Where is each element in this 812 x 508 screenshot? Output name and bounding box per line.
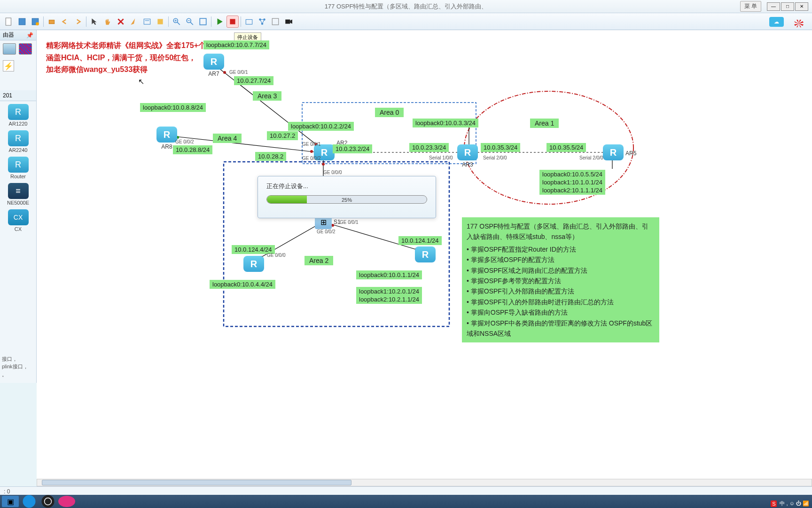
toolbar [0,13,812,30]
cloud-badge[interactable]: ☁ [769,17,784,27]
label-ip353: 10.0.35.3/24 [481,143,520,152]
progress-dialog: 正在停止设备... 25% [258,176,436,218]
iface: GE 0/0/1 [340,220,358,225]
save-icon[interactable] [16,16,28,28]
fit-icon[interactable] [197,16,209,28]
topology-canvas[interactable]: 停止设备 精彩网络技术老师精讲《组网实战》全套175+个组网拓扑实验， 涵盖HC… [37,30,812,485]
label-lp4: loopback0:10.0.4.4/24 [210,280,275,289]
device-router[interactable]: RRouter [3,157,33,179]
stop-icon[interactable] [226,16,239,28]
huawei-logo [789,19,808,28]
iface: Serial 1/0/0 [429,155,453,160]
iface: GE 0/0/0 [267,253,285,258]
undo-icon[interactable] [59,16,71,28]
label-area4: Area 4 [213,134,242,143]
power-icon[interactable]: ⚡ [3,60,14,71]
iface: Serial 2/0/0 [579,155,603,160]
minimize-button[interactable]: — [767,2,780,11]
label-area2: Area 2 [304,256,333,265]
label-ip282: 10.0.28.2 [255,152,286,161]
grid-category-icon[interactable] [19,43,32,55]
section-number: 201 [0,90,36,101]
close-button[interactable]: ✕ [795,2,808,11]
progress-bar: 25% [266,195,427,204]
taskbar: ▣ S 中 , ☺ ⏻ 📶 [0,495,812,508]
sidebar-hint: 接口， plink接口， 。 [2,355,28,379]
window-icon[interactable] [269,16,281,28]
delete-icon[interactable] [115,16,127,28]
node-ar3[interactable]: RAR3 [457,144,478,168]
text-icon[interactable] [141,16,153,28]
hand-icon[interactable] [102,16,114,28]
device-cx[interactable]: CXCX [3,209,33,232]
capture-icon[interactable] [243,16,255,28]
svg-rect-5 [144,19,150,24]
label-lp8: loopback0:10.0.8.8/24 [140,103,206,112]
iface: GE 0/0/0 [323,170,342,175]
pin-icon[interactable]: 📌 [26,32,33,39]
node-ar4[interactable]: RAR4 [243,256,264,272]
info-box: 177 OSPF特性与配置（多区域、路由汇总、引入外部路由、引入缺省路由、特殊区… [462,217,659,342]
device-ar2240[interactable]: RAR2240 [3,130,33,153]
task-edge[interactable] [21,496,38,507]
sidebar: 由器📌 ⚡ 201 RAR1220 RAR2240 RRouter ≡NE500… [0,30,37,383]
svg-rect-7 [157,19,163,24]
video-icon[interactable] [282,16,295,28]
label-ip272: 10.0.27.2 [267,131,298,140]
redo-icon[interactable] [72,16,84,28]
iface: GE 0/0/2 [317,229,335,234]
zoomout-icon[interactable] [184,16,196,28]
svg-point-45 [42,495,55,508]
svg-point-3 [36,22,39,25]
svg-rect-15 [200,18,206,25]
scrollbar-thumb[interactable] [42,480,351,485]
start-button[interactable]: ▣ [2,496,19,507]
device-ne5000e[interactable]: ≡NE5000E [3,183,33,206]
label-ip233: 10.0.23.3/24 [409,143,449,152]
broom-icon[interactable] [128,16,140,28]
label-ip288: 10.0.28.8/24 [173,145,212,154]
svg-rect-21 [272,18,279,25]
sidebar-header: 由器📌 [0,30,36,40]
system-tray[interactable]: S 中 , ☺ ⏻ 📶 [771,500,809,507]
wireless-category-icon[interactable] [3,43,16,55]
saveas-icon[interactable] [29,16,41,28]
iface: GE 0/0/2 [302,156,320,161]
palette-icon[interactable] [154,16,166,28]
new-icon[interactable] [3,16,15,28]
label-lp1c: loopback2:10.2.1.1/24 [356,295,422,304]
node-ar5[interactable]: RAR5 [603,144,624,160]
node-ar1[interactable]: RAR1 [415,246,436,262]
task-app[interactable] [58,496,75,507]
menu-button[interactable]: 菜 单 [740,1,761,12]
topo-icon[interactable] [256,16,268,28]
svg-line-13 [190,22,193,25]
label-ip232: 10.0.23.2/24 [333,144,372,153]
play-icon[interactable] [213,16,226,28]
print-icon[interactable] [46,16,58,28]
zoomin-icon[interactable] [171,16,183,28]
task-obs[interactable] [39,496,56,507]
svg-rect-17 [246,19,252,24]
svg-point-35 [322,163,325,166]
iface: GE 0/0/1 [302,142,320,147]
label-ip277: 10.0.27.7/24 [234,76,273,85]
svg-line-9 [177,22,180,25]
node-ar7[interactable]: RAR7 [203,54,224,77]
svg-point-44 [23,495,36,508]
label-ip1241: 10.0.124.1/24 [398,236,442,245]
scrollbar-horizontal[interactable] [37,479,812,486]
maximize-button[interactable]: □ [781,2,794,11]
svg-rect-16 [230,19,235,24]
iface: GE 0/0/1 [229,70,248,75]
pointer-icon[interactable] [88,16,101,28]
svg-point-31 [310,150,313,153]
label-lp2: loopback0:10.0.2.2/24 [288,122,354,131]
label-lp5c: loopback2:10.1.1.1/24 [539,186,605,195]
device-ar1220[interactable]: RAR1220 [3,104,33,127]
device-list: RAR1220 RAR2240 RRouter ≡NE5000E CXCX [0,101,36,238]
titlebar: 177 OSPF特性与配置（多区域、路由汇总、引入外部路由、 菜 单 — □ ✕ [0,0,812,13]
label-lp1a: loopback0:10.0.1.1/24 [356,270,422,279]
svg-rect-22 [285,19,290,24]
dialog-text: 正在停止设备... [266,182,427,190]
